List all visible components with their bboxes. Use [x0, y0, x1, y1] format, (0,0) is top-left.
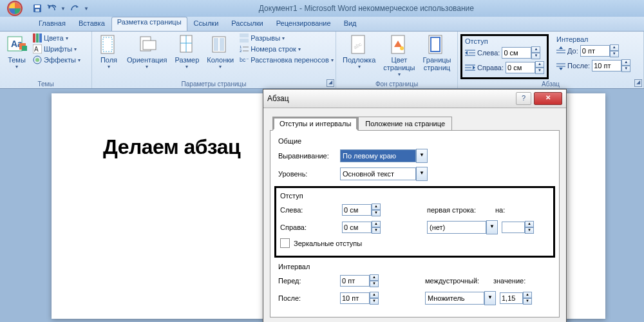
theme-fonts-button[interactable]: AШрифты▾ [31, 44, 82, 54]
ribbon: Aa Темы▾ Цвета▾ AШрифты▾ Эффекты▾ Темы П… [0, 32, 644, 89]
line-numbers-button[interactable]: 12Номера строк▾ [238, 44, 335, 54]
spacing-before-dlg-input[interactable]: ▲▼ [340, 274, 379, 287]
mirror-label: Зеркальные отступы [294, 240, 362, 247]
indent-right-icon [465, 63, 475, 72]
line-spacing-label: междустрочный: [425, 277, 489, 285]
theme-colors-button[interactable]: Цвета▾ [31, 33, 82, 43]
svg-rect-22 [214, 38, 218, 51]
indent-left-icon [465, 48, 475, 57]
by-label: на: [495, 206, 515, 214]
undo-dropdown-icon[interactable]: ▼ [61, 6, 66, 12]
svg-rect-11 [39, 33, 42, 43]
group-paragraph: Отступ Слева: ▲▼ Справа: ▲▼ Интервал До: [458, 32, 644, 88]
page-color-button[interactable]: Цвет страницы▾ [379, 33, 419, 79]
mirror-checkbox[interactable] [280, 238, 290, 248]
document-area: Делаем абзац Абзац ? ✕ Отступы и интерва… [0, 89, 644, 322]
fieldset-spacing: Интервал Перед: ▲▼ междустрочный: значен… [278, 263, 551, 305]
svg-rect-19 [143, 41, 156, 50]
dialog-tab-indents[interactable]: Отступы и интервалы [272, 117, 358, 131]
group-page-setup-label: Параметры страницы [95, 80, 333, 88]
spacing-after-label: После: [567, 62, 590, 70]
spacing-before-input[interactable]: ▲▼ [580, 44, 619, 57]
orientation-button[interactable]: Ориентация▾ [123, 33, 171, 71]
themes-label: Темы [8, 56, 26, 64]
columns-button[interactable]: Колонки▾ [203, 33, 238, 71]
group-themes: Aa Темы▾ Цвета▾ AШрифты▾ Эффекты▾ Темы [0, 32, 92, 88]
themes-button[interactable]: Aa Темы▾ [3, 33, 31, 71]
tab-references[interactable]: Ссылки [187, 17, 225, 31]
spacing-after-input[interactable]: ▲▼ [592, 59, 630, 72]
svg-rect-8 [22, 46, 27, 51]
undo-icon[interactable] [46, 3, 57, 14]
svg-text:2: 2 [240, 49, 242, 53]
svg-rect-3 [35, 5, 40, 8]
indent-left-label: Слева: [477, 49, 500, 57]
indent-right-input[interactable]: ▲▼ [506, 61, 544, 74]
tab-insert[interactable]: Вставка [72, 17, 111, 31]
at-label: значение: [493, 277, 526, 285]
svg-rect-4 [35, 9, 39, 12]
chevron-down-icon[interactable]: ▼ [416, 149, 428, 163]
paragraph-launcher-icon[interactable]: ◢ [634, 79, 642, 87]
indent-header: Отступ [465, 37, 544, 45]
page-borders-button[interactable]: Границы страниц [419, 33, 455, 73]
group-paragraph-label: Абзац [460, 80, 641, 88]
close-button[interactable]: ✕ [534, 92, 562, 105]
indent-left-dlg-input[interactable]: ▲▼ [342, 204, 381, 216]
alignment-combo[interactable]: ▼ [340, 149, 428, 163]
indent-right-label: Справа: [477, 64, 504, 71]
at-input[interactable]: ▲▼ [500, 292, 532, 305]
dialog-titlebar[interactable]: Абзац ? ✕ [263, 90, 566, 108]
svg-text:A: A [34, 46, 39, 53]
group-page-setup: Поля▾ Ориентация▾ Размер▾ Колонки▾ Разры… [92, 32, 336, 88]
theme-effects-button[interactable]: Эффекты▾ [31, 55, 82, 65]
indent-right-dlg-label: Справа: [280, 223, 338, 231]
fieldset-general: Общие Выравнивание: ▼ Уровень: ▼ [278, 137, 551, 181]
spin-up-icon[interactable]: ▲ [531, 46, 540, 53]
window-title: Документ1 - Microsoft Word некоммерческо… [89, 4, 644, 13]
tab-mailings[interactable]: Рассылки [225, 17, 269, 31]
level-label: Уровень: [278, 170, 336, 178]
spacing-after-dlg-label: После: [278, 294, 336, 302]
spin-down-icon[interactable]: ▼ [531, 53, 540, 59]
group-themes-label: Темы [3, 80, 89, 88]
margins-button[interactable]: Поля▾ [95, 33, 123, 71]
redo-icon[interactable] [70, 3, 80, 14]
group-page-bg-label: Фон страницы [339, 80, 455, 88]
line-spacing-combo[interactable]: ▼ [425, 291, 496, 305]
indent-left-input[interactable]: ▲▼ [502, 46, 540, 59]
svg-rect-10 [36, 33, 39, 43]
breaks-button[interactable]: Разрывы▾ [238, 33, 335, 43]
first-line-combo[interactable]: ▼ [427, 220, 498, 234]
svg-text:bc⁻: bc⁻ [240, 57, 249, 63]
indent-right-dlg-input[interactable]: ▲▼ [342, 221, 381, 234]
office-button[interactable] [3, 0, 27, 17]
document-heading[interactable]: Делаем абзац [103, 135, 240, 159]
spacing-before-label: До: [567, 47, 578, 55]
svg-rect-25 [240, 39, 249, 43]
spacing-after-icon [556, 61, 565, 70]
watermark-button[interactable]: abcПодложка▾ [339, 33, 379, 71]
size-button[interactable]: Размер▾ [171, 33, 203, 71]
paragraph-dialog: Абзац ? ✕ Отступы и интервалы Положение … [263, 89, 567, 322]
save-icon[interactable] [32, 3, 43, 14]
page-setup-launcher-icon[interactable]: ◢ [327, 79, 334, 87]
hyphenation-button[interactable]: bc⁻Расстановка переносов▾ [238, 55, 335, 65]
tab-review[interactable]: Рецензирование [270, 17, 337, 31]
by-input[interactable]: ▲▼ [502, 221, 534, 234]
tab-home[interactable]: Главная [32, 17, 72, 31]
spacing-before-icon [556, 46, 565, 55]
dialog-tab-position[interactable]: Положение на странице [358, 117, 452, 131]
ribbon-tabs: Главная Вставка Разметка страницы Ссылки… [0, 17, 644, 32]
help-button[interactable]: ? [516, 92, 531, 105]
tab-view[interactable]: Вид [337, 17, 363, 31]
spacing-header: Интервал [556, 35, 630, 43]
spacing-after-dlg-input[interactable]: ▲▼ [340, 292, 379, 305]
level-combo[interactable]: ▼ [340, 167, 428, 181]
svg-rect-23 [220, 38, 224, 51]
first-line-label: первая строка: [427, 206, 491, 214]
tab-page-layout[interactable]: Разметка страницы [111, 17, 187, 31]
svg-rect-9 [33, 33, 35, 43]
fieldset-indent: Отступ Слева: ▲▼ первая строка: на: Спра… [274, 186, 555, 258]
qat-customize-icon[interactable]: ▼ [84, 6, 89, 12]
